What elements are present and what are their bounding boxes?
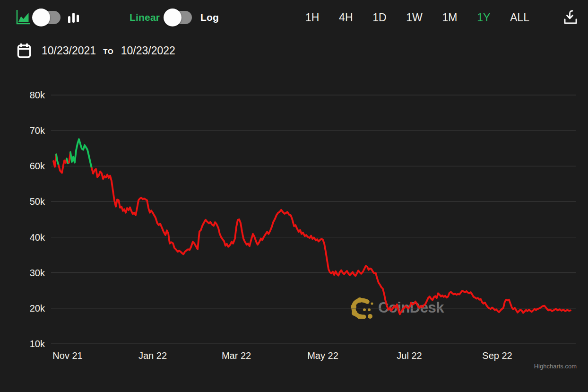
price-line-segment	[59, 159, 67, 173]
x-axis-label-jan-22: Jan 22	[138, 350, 167, 361]
y-axis-label-70k: 70k	[30, 125, 45, 136]
range-selector: 1H4H1D1W1M1YALL	[305, 11, 529, 24]
date-range-picker: 10/23/2021 TO 10/23/2022	[17, 42, 175, 60]
x-axis-label-sep-22: Sep 22	[482, 350, 512, 361]
scale-toggle[interactable]	[165, 11, 192, 24]
highcharts-credit[interactable]: Highcharts.com	[534, 363, 577, 370]
y-axis-label-20k: 20k	[30, 303, 45, 314]
range-button-1d[interactable]: 1D	[372, 11, 386, 24]
price-line-segment	[70, 139, 92, 168]
range-button-1y[interactable]: 1Y	[477, 11, 490, 24]
x-axis-label-jul-22: Jul 22	[397, 350, 422, 361]
toggle-knob	[32, 9, 50, 26]
chart-type-toggle[interactable]	[34, 11, 61, 24]
y-axis-label-50k: 50k	[30, 196, 45, 207]
x-axis-label-may-22: May 22	[307, 350, 338, 361]
range-button-1h[interactable]: 1H	[305, 11, 319, 24]
y-axis-label-80k: 80k	[30, 90, 45, 100]
bar-chart-icon[interactable]	[68, 11, 79, 26]
date-separator: TO	[103, 47, 114, 55]
y-axis-label-60k: 60k	[30, 161, 45, 171]
x-axis-label-nov-21: Nov 21	[52, 350, 82, 361]
scale-linear-label[interactable]: Linear	[130, 12, 160, 23]
price-line-segment	[92, 168, 571, 314]
x-axis-label-mar-22: Mar 22	[222, 350, 251, 361]
y-axis-label-10k: 10k	[30, 339, 45, 349]
toggle-knob	[164, 9, 182, 26]
calendar-icon[interactable]	[17, 43, 31, 59]
toolbar: Linear Log 1H4H1D1W1M1YALL	[0, 0, 588, 34]
range-button-1m[interactable]: 1M	[442, 11, 458, 24]
scale-log-label[interactable]: Log	[200, 12, 219, 23]
range-button-all[interactable]: ALL	[510, 11, 529, 24]
y-axis-label-30k: 30k	[30, 268, 45, 278]
area-chart-icon[interactable]	[16, 9, 30, 27]
download-icon[interactable]	[563, 9, 578, 27]
date-end[interactable]: 10/23/2022	[121, 44, 175, 57]
range-button-4h[interactable]: 4H	[339, 11, 353, 24]
y-axis-label-40k: 40k	[30, 232, 45, 243]
range-button-1w[interactable]: 1W	[406, 11, 423, 24]
date-start[interactable]: 10/23/2021	[42, 44, 96, 57]
price-line-segment	[56, 155, 59, 166]
